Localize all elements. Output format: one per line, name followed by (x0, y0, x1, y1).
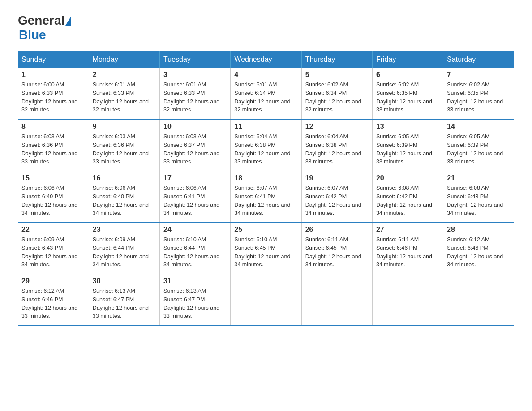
day-info: Sunrise: 6:01 AMSunset: 6:34 PMDaylight:… (234, 81, 297, 114)
day-number: 4 (234, 71, 297, 79)
day-number: 30 (93, 277, 156, 285)
calendar-cell: 24Sunrise: 6:10 AMSunset: 6:44 PMDayligh… (160, 223, 231, 274)
day-info: Sunrise: 6:10 AMSunset: 6:45 PMDaylight:… (234, 235, 297, 269)
calendar-cell (443, 274, 514, 325)
day-info: Sunrise: 6:09 AMSunset: 6:44 PMDaylight:… (93, 235, 156, 269)
day-number: 21 (447, 174, 511, 182)
day-info: Sunrise: 6:07 AMSunset: 6:42 PMDaylight:… (305, 184, 369, 218)
day-info: Sunrise: 6:05 AMSunset: 6:39 PMDaylight:… (447, 133, 511, 166)
day-number: 20 (376, 174, 439, 182)
day-number: 24 (163, 226, 227, 234)
weekday-header-thursday: Thursday (301, 51, 372, 68)
day-info: Sunrise: 6:02 AMSunset: 6:35 PMDaylight:… (376, 81, 439, 114)
calendar-cell: 14Sunrise: 6:05 AMSunset: 6:39 PMDayligh… (443, 120, 514, 171)
day-number: 9 (93, 123, 156, 131)
weekday-header-tuesday: Tuesday (160, 51, 231, 68)
calendar-cell: 17Sunrise: 6:06 AMSunset: 6:41 PMDayligh… (160, 171, 231, 223)
day-number: 19 (305, 174, 369, 182)
day-number: 25 (234, 226, 297, 234)
calendar-week-row: 22Sunrise: 6:09 AMSunset: 6:43 PMDayligh… (18, 223, 514, 274)
day-number: 16 (93, 174, 156, 182)
day-number: 17 (163, 174, 227, 182)
weekday-header-sunday: Sunday (18, 51, 89, 68)
day-info: Sunrise: 6:08 AMSunset: 6:43 PMDaylight:… (447, 184, 511, 218)
day-info: Sunrise: 6:03 AMSunset: 6:36 PMDaylight:… (21, 133, 85, 166)
day-number: 13 (376, 123, 439, 131)
day-number: 23 (93, 226, 156, 234)
day-info: Sunrise: 6:02 AMSunset: 6:35 PMDaylight:… (447, 81, 511, 114)
calendar-cell: 22Sunrise: 6:09 AMSunset: 6:43 PMDayligh… (18, 223, 89, 274)
page-header: General Blue (18, 13, 514, 42)
day-info: Sunrise: 6:06 AMSunset: 6:40 PMDaylight:… (93, 184, 156, 218)
calendar-table: SundayMondayTuesdayWednesdayThursdayFrid… (18, 51, 514, 326)
day-number: 8 (21, 123, 85, 131)
calendar-cell: 30Sunrise: 6:13 AMSunset: 6:47 PMDayligh… (89, 274, 159, 325)
day-info: Sunrise: 6:08 AMSunset: 6:42 PMDaylight:… (376, 184, 439, 218)
calendar-cell: 27Sunrise: 6:11 AMSunset: 6:46 PMDayligh… (372, 223, 443, 274)
day-number: 29 (21, 277, 85, 285)
calendar-cell: 13Sunrise: 6:05 AMSunset: 6:39 PMDayligh… (372, 120, 443, 171)
day-number: 14 (447, 123, 511, 131)
logo: General Blue (18, 13, 72, 42)
day-number: 28 (447, 226, 511, 234)
day-number: 15 (21, 174, 85, 182)
calendar-cell (301, 274, 372, 325)
weekday-header-friday: Friday (372, 51, 443, 68)
day-info: Sunrise: 6:11 AMSunset: 6:46 PMDaylight:… (376, 235, 439, 269)
day-number: 2 (93, 71, 156, 79)
day-info: Sunrise: 6:06 AMSunset: 6:41 PMDaylight:… (163, 184, 227, 218)
calendar-cell: 12Sunrise: 6:04 AMSunset: 6:38 PMDayligh… (301, 120, 372, 171)
calendar-cell: 7Sunrise: 6:02 AMSunset: 6:35 PMDaylight… (443, 68, 514, 120)
weekday-header-monday: Monday (89, 51, 159, 68)
logo-general-text: General (18, 13, 64, 28)
weekday-header-wednesday: Wednesday (231, 51, 301, 68)
calendar-cell: 18Sunrise: 6:07 AMSunset: 6:41 PMDayligh… (231, 171, 301, 223)
calendar-cell (231, 274, 301, 325)
day-number: 10 (163, 123, 227, 131)
calendar-cell: 23Sunrise: 6:09 AMSunset: 6:44 PMDayligh… (89, 223, 159, 274)
calendar-cell: 31Sunrise: 6:13 AMSunset: 6:47 PMDayligh… (160, 274, 231, 325)
calendar-week-row: 15Sunrise: 6:06 AMSunset: 6:40 PMDayligh… (18, 171, 514, 223)
day-info: Sunrise: 6:11 AMSunset: 6:45 PMDaylight:… (305, 235, 369, 269)
calendar-cell: 20Sunrise: 6:08 AMSunset: 6:42 PMDayligh… (372, 171, 443, 223)
calendar-cell (372, 274, 443, 325)
calendar-cell: 11Sunrise: 6:04 AMSunset: 6:38 PMDayligh… (231, 120, 301, 171)
day-number: 7 (447, 71, 511, 79)
calendar-cell: 26Sunrise: 6:11 AMSunset: 6:45 PMDayligh… (301, 223, 372, 274)
calendar-cell: 1Sunrise: 6:00 AMSunset: 6:33 PMDaylight… (18, 68, 89, 120)
logo-triangle-icon (65, 16, 71, 26)
calendar-cell: 4Sunrise: 6:01 AMSunset: 6:34 PMDaylight… (231, 68, 301, 120)
day-info: Sunrise: 6:13 AMSunset: 6:47 PMDaylight:… (163, 287, 227, 321)
day-number: 27 (376, 226, 439, 234)
calendar-cell: 10Sunrise: 6:03 AMSunset: 6:37 PMDayligh… (160, 120, 231, 171)
logo-blue-text: Blue (19, 28, 46, 42)
calendar-cell: 8Sunrise: 6:03 AMSunset: 6:36 PMDaylight… (18, 120, 89, 171)
day-info: Sunrise: 6:07 AMSunset: 6:41 PMDaylight:… (234, 184, 297, 218)
day-number: 12 (305, 123, 369, 131)
day-info: Sunrise: 6:09 AMSunset: 6:43 PMDaylight:… (21, 235, 85, 269)
calendar-cell: 25Sunrise: 6:10 AMSunset: 6:45 PMDayligh… (231, 223, 301, 274)
day-info: Sunrise: 6:12 AMSunset: 6:46 PMDaylight:… (21, 287, 85, 321)
day-number: 6 (376, 71, 439, 79)
day-info: Sunrise: 6:10 AMSunset: 6:44 PMDaylight:… (163, 235, 227, 269)
calendar-cell: 9Sunrise: 6:03 AMSunset: 6:36 PMDaylight… (89, 120, 159, 171)
calendar-cell: 29Sunrise: 6:12 AMSunset: 6:46 PMDayligh… (18, 274, 89, 325)
day-info: Sunrise: 6:06 AMSunset: 6:40 PMDaylight:… (21, 184, 85, 218)
day-info: Sunrise: 6:02 AMSunset: 6:34 PMDaylight:… (305, 81, 369, 114)
weekday-header-saturday: Saturday (443, 51, 514, 68)
calendar-header-row: SundayMondayTuesdayWednesdayThursdayFrid… (18, 51, 514, 68)
calendar-week-row: 29Sunrise: 6:12 AMSunset: 6:46 PMDayligh… (18, 274, 514, 325)
day-number: 22 (21, 226, 85, 234)
day-info: Sunrise: 6:04 AMSunset: 6:38 PMDaylight:… (305, 133, 369, 166)
day-info: Sunrise: 6:12 AMSunset: 6:46 PMDaylight:… (447, 235, 511, 269)
day-number: 18 (234, 174, 297, 182)
calendar-cell: 6Sunrise: 6:02 AMSunset: 6:35 PMDaylight… (372, 68, 443, 120)
day-info: Sunrise: 6:05 AMSunset: 6:39 PMDaylight:… (376, 133, 439, 166)
calendar-cell: 19Sunrise: 6:07 AMSunset: 6:42 PMDayligh… (301, 171, 372, 223)
day-number: 1 (21, 71, 85, 79)
day-number: 26 (305, 226, 369, 234)
day-number: 11 (234, 123, 297, 131)
calendar-cell: 2Sunrise: 6:01 AMSunset: 6:33 PMDaylight… (89, 68, 159, 120)
day-info: Sunrise: 6:04 AMSunset: 6:38 PMDaylight:… (234, 133, 297, 166)
calendar-cell: 28Sunrise: 6:12 AMSunset: 6:46 PMDayligh… (443, 223, 514, 274)
